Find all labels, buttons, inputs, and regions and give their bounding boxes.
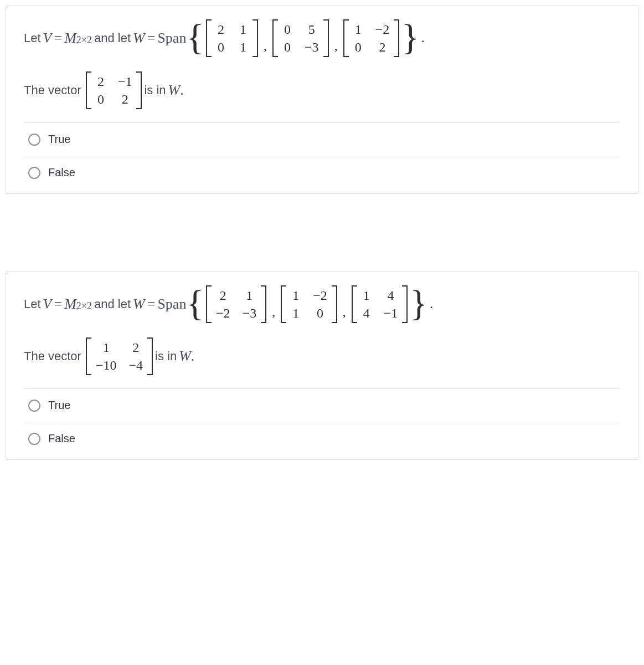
radio-icon bbox=[28, 400, 40, 412]
comma: , bbox=[264, 30, 267, 62]
option-label: True bbox=[48, 399, 70, 412]
question-1-stem-line-2: The vector 2−1 02 is in W . bbox=[24, 71, 620, 109]
text: The vector bbox=[24, 349, 81, 364]
text: Let bbox=[24, 24, 41, 53]
text: is in bbox=[155, 349, 177, 364]
equals: = bbox=[54, 21, 62, 55]
question-2-stem-line-1: Let V = M 2×2 and let W = Span { 21 −2−3… bbox=[24, 285, 620, 323]
text: and let bbox=[94, 24, 131, 53]
option-label: False bbox=[48, 432, 75, 445]
matrix-2: 05 0−3 bbox=[272, 19, 329, 57]
right-brace-icon: } bbox=[401, 23, 419, 51]
equals: = bbox=[147, 21, 156, 55]
var-W: W bbox=[179, 348, 191, 365]
radio-icon bbox=[28, 433, 40, 445]
question-1-stem-line-1: Let V = M 2×2 and let W = Span { 21 01 ,… bbox=[24, 19, 620, 57]
question-2-stem-line-2: The vector 12 −10−4 is in W . bbox=[24, 337, 620, 375]
equals: = bbox=[147, 287, 156, 321]
option-true[interactable]: True bbox=[24, 389, 620, 422]
comma: , bbox=[334, 30, 338, 62]
period: . bbox=[421, 22, 425, 54]
option-true[interactable]: True bbox=[24, 123, 620, 156]
option-false[interactable]: False bbox=[24, 422, 620, 455]
radio-icon bbox=[28, 167, 40, 179]
question-1-options: True False bbox=[24, 122, 620, 189]
text: is in bbox=[144, 83, 166, 98]
text: and let bbox=[94, 290, 131, 319]
matrix-2: 1−2 10 bbox=[281, 285, 337, 323]
question-2-options: True False bbox=[24, 388, 620, 455]
radio-icon bbox=[28, 134, 40, 146]
var-W: W bbox=[168, 82, 181, 99]
matrix-1: 21 −2−3 bbox=[206, 285, 266, 323]
right-brace-icon: } bbox=[410, 289, 427, 317]
vector-matrix: 2−1 02 bbox=[86, 71, 142, 109]
span-label: Span bbox=[157, 21, 186, 55]
equals: = bbox=[54, 287, 62, 321]
period: . bbox=[191, 348, 195, 365]
question-1: Let V = M 2×2 and let W = Span { 21 01 ,… bbox=[6, 6, 638, 194]
left-brace-icon: { bbox=[186, 289, 204, 317]
option-label: False bbox=[48, 166, 75, 179]
matrix-1: 21 01 bbox=[206, 19, 258, 57]
var-W: W bbox=[133, 287, 145, 321]
comma: , bbox=[272, 296, 275, 328]
comma: , bbox=[343, 296, 346, 328]
span-label: Span bbox=[157, 287, 186, 321]
matrix-3: 1−2 02 bbox=[343, 19, 400, 57]
text: Let bbox=[24, 290, 41, 319]
var-M: M bbox=[64, 287, 76, 321]
var-M: M bbox=[64, 21, 76, 55]
left-brace-icon: { bbox=[186, 23, 204, 51]
option-label: True bbox=[48, 133, 70, 146]
var-W: W bbox=[133, 21, 145, 55]
text: The vector bbox=[24, 83, 81, 98]
subscript-2x2: 2×2 bbox=[76, 294, 92, 318]
subscript-2x2: 2×2 bbox=[76, 28, 92, 52]
var-V: V bbox=[43, 287, 52, 321]
period: . bbox=[430, 288, 433, 320]
option-false[interactable]: False bbox=[24, 156, 620, 189]
matrix-3: 14 4−1 bbox=[352, 285, 408, 323]
var-V: V bbox=[43, 21, 52, 55]
period: . bbox=[180, 82, 184, 99]
question-2: Let V = M 2×2 and let W = Span { 21 −2−3… bbox=[6, 272, 638, 460]
vector-matrix: 12 −10−4 bbox=[86, 337, 153, 375]
